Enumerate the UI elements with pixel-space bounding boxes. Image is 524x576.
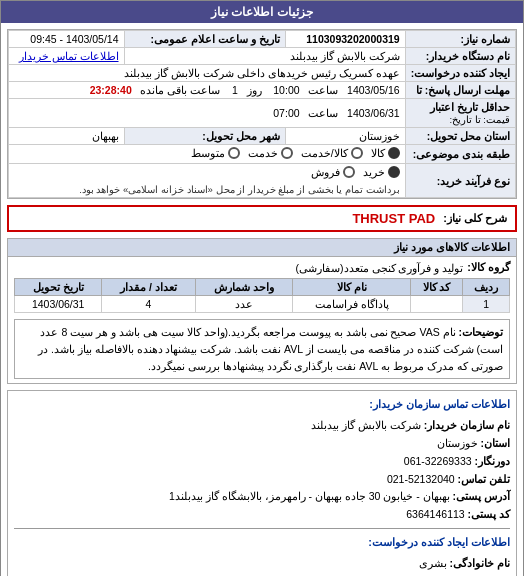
cell-row-num: 1: [463, 296, 510, 313]
buyer-postal-label: آدرس پستی:: [453, 490, 510, 502]
col-count: تعداد / مقدار: [102, 279, 195, 296]
category-option-motevaset[interactable]: متوسط: [191, 147, 240, 159]
goods-section: اطلاعات کالاهای مورد نیاز گروه کالا: تول…: [7, 238, 517, 384]
buyer-province-label: استان:: [481, 437, 511, 449]
mailing-date: 1403/05/16: [347, 84, 400, 96]
hours-value: 23:28:40: [90, 84, 132, 96]
table-row: مهلت ارسال پاسخ: تا 1403/05/16 ساعت 10:0…: [9, 82, 516, 99]
buyer-code-value: 32269333-061: [404, 455, 472, 467]
goods-header-row: ردیف کد کالا نام کالا واحد شمارش تعداد /…: [15, 279, 510, 296]
col-unit: واحد شمارش: [195, 279, 293, 296]
purchase-kharid-label: خرید: [363, 166, 385, 178]
buyer-code-label: دورنگار:: [475, 455, 511, 467]
col-name: نام کالا: [293, 279, 411, 296]
cell-name: پاداگاه فراسامت: [293, 296, 411, 313]
cell-date: 1403/06/31: [15, 296, 102, 313]
buyer-postal-code-label: کد پستی:: [468, 508, 510, 520]
header-title: جزئیات اطلاعات نیاز: [211, 5, 313, 19]
group-value: تولید و فرآوری کنجی متعدد(سفارشی): [296, 262, 464, 274]
mailing-info: 1403/05/16 ساعت 10:00 روز 1 ساعت باقی ما…: [9, 82, 406, 99]
buyer-province-row: استان: خوزستان: [14, 435, 510, 453]
buyer-postal-row: آدرس پستی: بهبهان - خیابون 30 جاده بهبها…: [14, 488, 510, 506]
purchase-option-kharid[interactable]: خرید: [363, 166, 400, 178]
radio-kala-icon: [388, 147, 400, 159]
table-row: ایجاد کننده درخواست: عهده کسریک رئیس خری…: [9, 65, 516, 82]
col-date: تاریخ تحویل: [15, 279, 102, 296]
col-code: کد کالا: [410, 279, 462, 296]
table-row: طبقه بندی موضوعی: کالا کالا/خدمت: [9, 145, 516, 164]
buyer-name-value: شرکت بالابش گاز بیدبلند: [311, 419, 421, 431]
mailing-time-label: ساعت: [308, 84, 338, 96]
buyer-province-value: خوزستان: [437, 437, 478, 449]
category-option-kala-khadamat[interactable]: کالا/خدمت: [301, 147, 363, 159]
invoice-number-value: 1103093202000319: [285, 31, 405, 48]
category-option-khadamat[interactable]: خدمت: [248, 147, 293, 159]
purchase-forosh-label: فروش: [311, 166, 340, 178]
validity-time-label: ساعت: [308, 107, 338, 119]
purchase-type-row: خرید فروش برداشت تمام یا بخشی از مبلغ خر…: [14, 166, 400, 195]
date-label: تاریخ و ساعت اعلام عمومی:: [124, 31, 285, 48]
buyer-postal-code-row: کد پستی: 6364146113: [14, 506, 510, 524]
table-row: شماره نیاز: 1103093202000319 تاریخ و ساع…: [9, 31, 516, 48]
requester-family-label: نام خانوادگی:: [450, 557, 510, 569]
buyer-phone-label: تلفن تماس:: [458, 473, 510, 485]
cell-count: 4: [102, 296, 195, 313]
goods-table-head: ردیف کد کالا نام کالا واحد شمارش تعداد /…: [15, 279, 510, 296]
province-label: استان محل تحویل:: [405, 128, 515, 145]
description-text: نام VAS صحیح نمی باشد به پیوست مراجعه بگ…: [38, 326, 503, 372]
purchase-radio-group: خرید فروش: [311, 166, 400, 178]
cell-unit: عدد: [195, 296, 293, 313]
radio-kala-khadamat-icon: [351, 147, 363, 159]
place-value: عهده کسریک رئیس خریدهای داخلی شرکت بالاب…: [9, 65, 406, 82]
description-section: توضیحات: نام VAS صحیح نمی باشد به پیوست …: [14, 319, 510, 379]
validity-label: حداقل تاریخ اعتبار قیمت: تا تاریخ:: [405, 99, 515, 128]
category-option-kala[interactable]: کالا: [371, 147, 400, 159]
purchase-type-label: نوع فرآیند خرید:: [405, 164, 515, 198]
supplier-label: نام دستگاه خریدار:: [405, 48, 515, 65]
cell-code: [410, 296, 462, 313]
hours-label: ساعت باقی مانده: [140, 84, 220, 96]
divider: [14, 528, 510, 529]
table-row: حداقل تاریخ اعتبار قیمت: تا تاریخ: 1403/…: [9, 99, 516, 128]
buyer-phone-row: تلفن تماس: 52132040-021: [14, 471, 510, 489]
purchase-note: برداشت تمام یا بخشی از مبلغ خریدار از مح…: [79, 184, 400, 195]
invoice-number-label: شماره نیاز:: [405, 31, 515, 48]
category-khadamat-label: خدمت: [248, 147, 278, 159]
goods-table-body: 1 پاداگاه فراسامت عدد 4 1403/06/31: [15, 296, 510, 313]
keyword-section: شرح کلی نیاز: THRUST PAD: [7, 205, 517, 232]
buyer-name-label: نام سازمان خریدار:: [424, 419, 510, 431]
radio-khadamat-icon: [281, 147, 293, 159]
supplier-value: شرکت بالابش گاز بیدبلند: [124, 48, 405, 65]
table-row: استان محل تحویل: خوزستان شهر محل تحویل: …: [9, 128, 516, 145]
purchase-option-forosh[interactable]: فروش: [311, 166, 355, 178]
place-label: ایجاد کننده درخواست:: [405, 65, 515, 82]
group-label: گروه کالا:: [467, 261, 510, 274]
category-kala-khadamat-label: کالا/خدمت: [301, 147, 348, 159]
radio-kharid-icon: [388, 166, 400, 178]
table-row: نام دستگاه خریدار: شرکت بالابش گاز بیدبل…: [9, 48, 516, 65]
info-table: شماره نیاز: 1103093202000319 تاریخ و ساع…: [8, 30, 516, 198]
category-label: طبقه بندی موضوعی:: [405, 145, 515, 164]
description-label: توضیحات:: [459, 326, 504, 338]
col-row-num: ردیف: [463, 279, 510, 296]
validity-time: 07:00: [273, 107, 299, 119]
mailing-time: 10:00: [273, 84, 299, 96]
radio-motevaset-icon: [228, 147, 240, 159]
validity-date: 1403/06/31: [347, 107, 400, 119]
category-radio-group: کالا کالا/خدمت خدمت: [191, 147, 400, 159]
goods-content: گروه کالا: تولید و فرآوری کنجی متعدد(سفا…: [8, 257, 516, 383]
contact-link-text[interactable]: اطلاعات تماس خریدار: [19, 50, 119, 62]
mailing-label: مهلت ارسال پاسخ: تا: [405, 82, 515, 99]
buyer-postal-code-value: 6364146113: [406, 508, 464, 520]
goods-data-row: 1 پاداگاه فراسامت عدد 4 1403/06/31: [15, 296, 510, 313]
category-options: کالا کالا/خدمت خدمت: [9, 145, 406, 164]
page-header: جزئیات اطلاعات نیاز: [1, 1, 523, 23]
category-motevaset-label: متوسط: [191, 147, 225, 159]
requester-section-label: اطلاعات ایجاد کننده درخواست:: [14, 533, 510, 552]
group-row: گروه کالا: تولید و فرآوری کنجی متعدد(سفا…: [14, 261, 510, 274]
city-value: بهبهان: [9, 128, 125, 145]
contact-link[interactable]: اطلاعات تماس خریدار: [9, 48, 125, 65]
top-info-section: شماره نیاز: 1103093202000319 تاریخ و ساع…: [7, 29, 517, 199]
buyer-section-title: اطلاعات تماس سازمان خریدار:: [14, 395, 510, 414]
buyer-name-row: نام سازمان خریدار: شرکت بالابش گاز بیدبل…: [14, 417, 510, 435]
